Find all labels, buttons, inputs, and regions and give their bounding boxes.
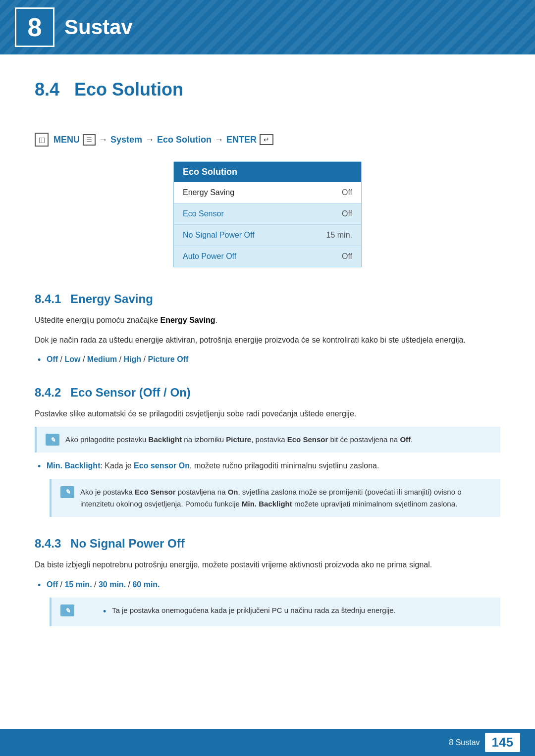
bullet-list-842: Min. Backlight: Kada je Eco sensor On, m… xyxy=(35,459,500,472)
eco-row-label-auto-power: Auto Power Off xyxy=(183,252,236,261)
arrow2: → xyxy=(145,135,154,145)
bullet-842-1: Min. Backlight: Kada je Eco sensor On, m… xyxy=(35,459,500,472)
note-text-842-2: Ako je postavka Eco Sensor postavljena n… xyxy=(80,486,491,510)
subsection-843: 8.4.3 No Signal Power Off Da biste izbje… xyxy=(35,537,500,626)
eco-box-title: Eco Solution xyxy=(174,162,361,182)
eco-solution-label: Eco Solution xyxy=(157,135,212,145)
eco-row-no-signal: No Signal Power Off 15 min. xyxy=(174,225,361,246)
eco-solution-box: Eco Solution Energy Saving Off Eco Senso… xyxy=(173,161,362,267)
main-content: 8.4 Eco Solution ◫ MENU ☰ → System → Eco… xyxy=(0,54,535,686)
note-icon-843-1: ✎ xyxy=(60,605,74,616)
eco-row-energy-saving: Energy Saving Off xyxy=(174,182,361,203)
para-841-2: Dok je način rada za uštedu energije akt… xyxy=(35,334,500,347)
eco-row-eco-sensor: Eco Sensor Off xyxy=(174,203,361,225)
bullet-843-1: Off / 15 min. / 30 min. / 60 min. xyxy=(35,578,500,591)
page-header: 8 Sustav xyxy=(0,0,535,54)
bullet-list-843: Off / 15 min. / 30 min. / 60 min. xyxy=(35,578,500,591)
page-footer: 8 Sustav 145 xyxy=(0,729,535,756)
menu-label: MENU xyxy=(54,135,80,145)
subsection-841: 8.4.1 Energy Saving Uštedite energiju po… xyxy=(35,292,500,366)
eco-row-value-eco-sensor: Off xyxy=(342,209,352,218)
eco-row-label-no-signal: No Signal Power Off xyxy=(183,231,255,240)
note-text-842-1: Ako prilagodite postavku Backlight na iz… xyxy=(65,434,413,446)
note-842-1: ✎ Ako prilagodite postavku Backlight na … xyxy=(35,427,500,453)
system-label: System xyxy=(110,135,142,145)
bullet-841-1: Off / Low / Medium / High / Picture Off xyxy=(35,353,500,366)
subsection-842-title: 8.4.2 Eco Sensor (Off / On) xyxy=(35,386,500,400)
footer-page-number: 145 xyxy=(485,733,520,752)
menu-path: ◫ MENU ☰ → System → Eco Solution → ENTER… xyxy=(35,133,500,147)
para-841-1: Uštedite energiju pomoću značajke Energy… xyxy=(35,314,500,327)
chapter-title: Sustav xyxy=(64,15,133,39)
eco-row-label-energy-saving: Energy Saving xyxy=(183,188,234,197)
eco-row-auto-power: Auto Power Off Off xyxy=(174,246,361,267)
note-icon-842-1: ✎ xyxy=(46,434,59,446)
note-bullet-843: Ta je postavka onemogućena kada je prikl… xyxy=(80,605,396,619)
eco-row-value-auto-power: Off xyxy=(342,252,352,261)
menu-icon: ◫ xyxy=(35,133,49,147)
note-bullet-843-1: Ta je postavka onemogućena kada je prikl… xyxy=(100,605,396,616)
menu-grid-icon: ☰ xyxy=(83,134,96,146)
chapter-number: 8 xyxy=(28,12,42,42)
para-842-1: Postavke slike automatski će se prilagod… xyxy=(35,407,500,420)
subsection-843-title: 8.4.3 No Signal Power Off xyxy=(35,537,500,551)
eco-row-label-eco-sensor: Eco Sensor xyxy=(183,209,224,218)
note-842-2: ✎ Ako je postavka Eco Sensor postavljena… xyxy=(50,479,500,517)
section-title: 8.4 Eco Solution xyxy=(35,79,183,100)
arrow1: → xyxy=(99,135,107,145)
footer-label: 8 Sustav xyxy=(449,738,480,747)
subsection-842: 8.4.2 Eco Sensor (Off / On) Postavke sli… xyxy=(35,386,500,517)
eco-row-value-no-signal: 15 min. xyxy=(326,231,352,240)
enter-icon: ↵ xyxy=(260,134,273,145)
chapter-number-box: 8 xyxy=(15,7,54,47)
bullet-list-841: Off / Low / Medium / High / Picture Off xyxy=(35,353,500,366)
enter-label: ENTER xyxy=(226,135,257,145)
para-843-1: Da biste izbjegli nepotrebnu potrošnju e… xyxy=(35,558,500,571)
eco-row-value-energy-saving: Off xyxy=(342,188,352,197)
note-icon-842-2: ✎ xyxy=(60,486,74,498)
subsection-841-title: 8.4.1 Energy Saving xyxy=(35,292,500,306)
note-843-1: ✎ Ta je postavka onemogućena kada je pri… xyxy=(50,598,500,626)
arrow3: → xyxy=(214,135,223,145)
